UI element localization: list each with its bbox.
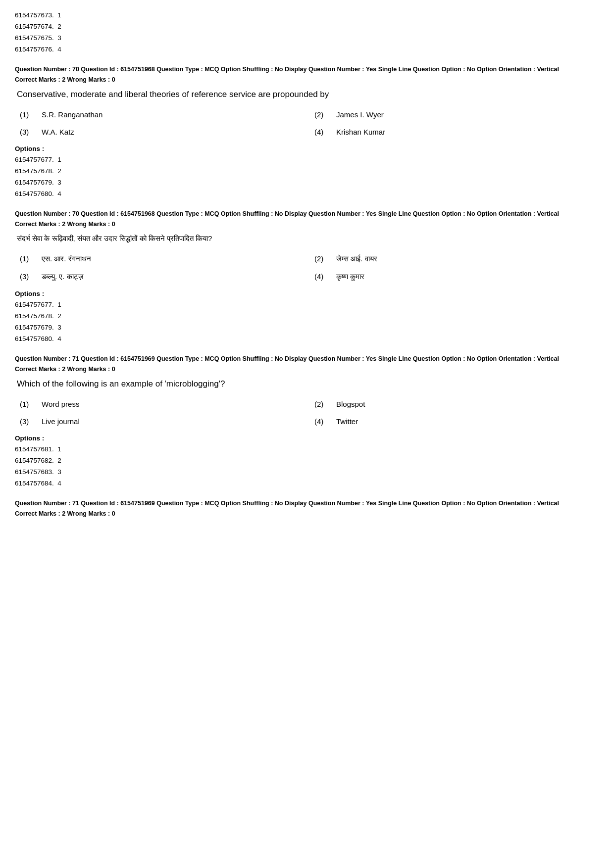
option-item: (2) Blogspot [314,398,599,410]
option-item: (1) एस. आर. रंगनाथन [20,252,305,265]
option-num: (1) [20,400,34,408]
option-item: (2) James I. Wyer [314,108,599,121]
option-num: (4) [314,272,328,281]
option-id: 6154757681. 1 [15,444,599,455]
option-ids-top: 6154757673. 1 6154757674. 2 6154757675. … [15,10,599,55]
question-71-hi-meta-block: Question Number : 71 Question Id : 61547… [15,498,599,517]
option-id: 6154757680. 4 [15,189,599,200]
option-id-2: 6154757674. 2 [15,21,599,33]
option-id: 6154757683. 3 [15,467,599,478]
question-70-en-options: (1) S.R. Ranganathan (2) James I. Wyer (… [20,108,599,138]
option-num: (2) [314,110,328,119]
question-70-hi-block: Question Number : 70 Question Id : 61547… [15,209,599,345]
option-id-3: 6154757675. 3 [15,33,599,44]
question-70-hi-marks: Correct Marks : 2 Wrong Marks : 0 [15,221,599,228]
question-71-en-meta: Question Number : 71 Question Id : 61547… [15,354,599,364]
option-id: 6154757682. 2 [15,455,599,467]
option-text: James I. Wyer [336,110,384,119]
option-id-4: 6154757676. 4 [15,44,599,55]
option-text: Word press [42,400,79,408]
option-text: डब्ल्यु. ए. काट्ज़ [42,272,84,281]
option-id: 6154757684. 4 [15,478,599,489]
question-71-en-options: (1) Word press (2) Blogspot (3) Live jou… [20,398,599,428]
question-71-en-marks: Correct Marks : 2 Wrong Marks : 0 [15,366,599,373]
option-id: 6154757677. 1 [15,299,599,311]
question-70-en-block: Question Number : 70 Question Id : 61547… [15,64,599,200]
option-item: (4) कृष्ण कुमार [314,270,599,283]
option-id: 6154757678. 2 [15,166,599,177]
option-id: 6154757680. 4 [15,334,599,345]
option-text: एस. आर. रंगनाथन [42,254,91,263]
option-text: Krishan Kumar [336,128,385,136]
option-num: (4) [314,417,328,426]
question-71-en-text: Which of the following is an example of … [17,378,599,390]
option-text: कृष्ण कुमार [336,272,364,281]
options-label: Options : [15,290,599,297]
options-label: Options : [15,145,599,152]
question-70-hi-meta: Question Number : 70 Question Id : 61547… [15,209,599,219]
option-num: (3) [20,417,34,426]
option-text: Twitter [336,417,358,426]
option-num: (3) [20,272,34,281]
option-id: 6154757679. 3 [15,177,599,189]
question-71-en-block: Question Number : 71 Question Id : 61547… [15,354,599,489]
option-id: 6154757678. 2 [15,311,599,322]
option-text: Blogspot [336,400,365,408]
option-num: (2) [314,400,328,408]
question-70-hi-options: (1) एस. आर. रंगनाथन (2) जेम्स आई. वायर (… [20,252,599,283]
option-item: (3) W.A. Katz [20,126,305,138]
question-70-en-text: Conservative, moderate and liberal theor… [17,88,599,101]
option-id-1: 6154757673. 1 [15,10,599,21]
option-ids-q70hi: 6154757677. 1 6154757678. 2 6154757679. … [15,299,599,345]
option-id: 6154757677. 1 [15,154,599,166]
option-item: (2) जेम्स आई. वायर [314,252,599,265]
option-item: (4) Krishan Kumar [314,126,599,138]
question-71-hi-meta: Question Number : 71 Question Id : 61547… [15,498,599,508]
question-70-hi-text: संदर्भ सेवा के रूढ़िवादी, संयत और उदार स… [17,233,599,244]
option-num: (3) [20,128,34,136]
option-ids-q70en: 6154757677. 1 6154757678. 2 6154757679. … [15,154,599,200]
options-label: Options : [15,434,599,442]
top-option-ids: 6154757673. 1 6154757674. 2 6154757675. … [15,10,599,55]
option-item: (3) डब्ल्यु. ए. काट्ज़ [20,270,305,283]
option-num: (1) [20,110,34,119]
option-text: W.A. Katz [42,128,74,136]
option-text: जेम्स आई. वायर [336,254,377,263]
option-text: S.R. Ranganathan [42,110,102,119]
option-id: 6154757679. 3 [15,322,599,334]
option-num: (4) [314,128,328,136]
option-ids-q71en: 6154757681. 1 6154757682. 2 6154757683. … [15,444,599,489]
option-text: Live journal [42,417,80,426]
option-num: (1) [20,254,34,263]
question-70-en-meta: Question Number : 70 Question Id : 61547… [15,64,599,74]
option-item: (1) Word press [20,398,305,410]
option-item: (3) Live journal [20,415,305,428]
option-num: (2) [314,254,328,263]
option-item: (1) S.R. Ranganathan [20,108,305,121]
option-item: (4) Twitter [314,415,599,428]
question-70-en-marks: Correct Marks : 2 Wrong Marks : 0 [15,76,599,83]
question-71-hi-marks: Correct Marks : 2 Wrong Marks : 0 [15,510,599,517]
